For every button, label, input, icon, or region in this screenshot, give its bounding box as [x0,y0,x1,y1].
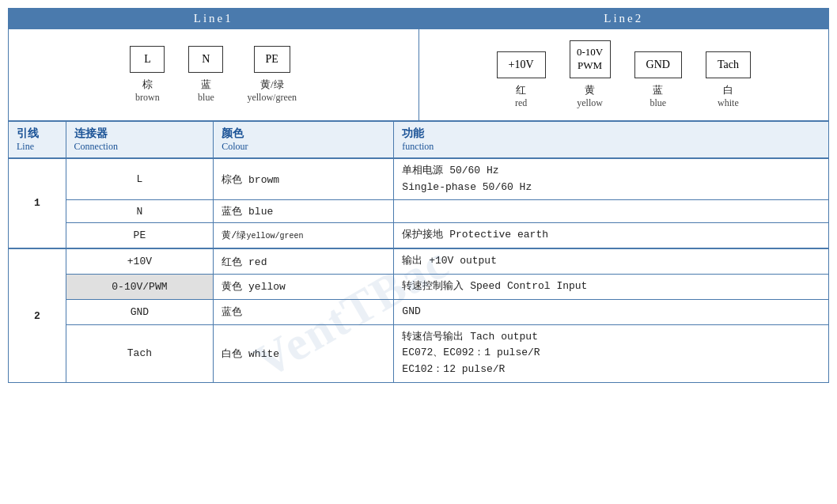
function-cell-PE: 保护接地 Protective earth [394,223,829,248]
line2-header: Line2 [418,9,829,29]
label-en-10v: red [515,97,527,109]
label-en-tach: white [718,97,739,109]
table-header: 引线 Line 连接器 Connection 颜色 Colour 功能 func… [9,121,829,158]
line1-header: Line1 [9,9,419,29]
table-row: 2 +10V 红色 red 输出 +10V output [9,248,829,274]
function-cell-10v: 输出 +10V output [394,248,829,274]
label-zh-gnd: 蓝 [653,83,663,97]
table-row: 1 L 棕色 browm 单相电源 50/60 HzSingle-phase 5… [9,158,829,200]
connector-10v: +10V 红 red [497,51,546,109]
label-en-N: blue [198,92,214,104]
function-cell-L: 单相电源 50/60 HzSingle-phase 50/60 Hz [394,158,829,200]
colour-cell-tach: 白色 white [214,324,394,382]
function-cell-gnd2: GND [394,299,829,324]
box-pwm: 0-10VPWM [570,40,611,78]
colour-cell-gnd2: 蓝色 [214,299,394,324]
label-en-L: brown [135,92,160,104]
conn-cell-L: L [66,158,214,200]
conn-cell-N: N [66,200,214,223]
connector-pwm: 0-10VPWM 黄 yellow [570,40,611,109]
label-zh-tach: 白 [723,83,733,97]
conn-cell-pwm: 0-10V/PWM [66,274,214,299]
colour-cell-N: 蓝色 blue [214,200,394,223]
header-connection: 连接器 Connection [66,121,214,158]
header-colour: 颜色 Colour [214,121,394,158]
connector-N: N 蓝 blue [188,46,223,104]
label-en-pwm: yellow [577,97,603,109]
connector-gnd: GND 蓝 blue [634,51,682,109]
line2-diagram: +10V 红 red 0-10VPWM 黄 yellow GND 蓝 blue [418,29,829,121]
function-cell-pwm: 转速控制输入 Speed Control Input [394,274,829,299]
conn-cell-PE: PE [66,223,214,248]
box-tach: Tach [706,51,751,78]
connector-tach: Tach 白 white [706,51,751,109]
colour-cell-L: 棕色 browm [214,158,394,200]
colour-cell-pwm: 黄色 yellow [214,274,394,299]
box-10v: +10V [497,51,546,78]
label-zh-PE: 黄/绿 [260,78,284,92]
conn-cell-10v: +10V [66,248,214,274]
table-row: Tach 白色 white 转速信号输出 Tach output EC072、E… [9,324,829,382]
box-L: L [130,46,165,73]
line-number-2: 2 [9,248,66,382]
box-PE: PE [254,46,290,73]
table-row: PE 黄/绿yellow/green 保护接地 Protective earth [9,223,829,248]
label-zh-L: 棕 [142,78,153,92]
header-function: 功能 function [394,121,829,158]
table-row: GND 蓝色 GND [9,299,829,324]
colour-cell-PE: 黄/绿yellow/green [214,223,394,248]
label-zh-10v: 红 [516,83,526,97]
header-line: 引线 Line [9,121,66,158]
label-en-PE: yellow/green [247,92,297,104]
label-zh-N: 蓝 [201,78,211,92]
conn-cell-gnd2: GND [66,299,214,324]
conn-cell-tach: Tach [66,324,214,382]
line-number-1: 1 [9,158,66,248]
connector-PE: PE 黄/绿 yellow/green [247,46,297,104]
box-gnd: GND [634,51,682,78]
box-N: N [188,46,223,73]
line1-diagram: L 棕 brown N 蓝 blue PE 黄/绿 yellow/green [9,29,419,121]
colour-cell-10v: 红色 red [214,248,394,274]
table-row: 0-10V/PWM 黄色 yellow 转速控制输入 Speed Control… [9,274,829,299]
function-cell-N [394,200,829,223]
label-zh-pwm: 黄 [585,83,595,97]
function-cell-tach: 转速信号输出 Tach output EC072、EC092：1 pulse/R… [394,324,829,382]
table-row: N 蓝色 blue [9,200,829,223]
label-en-gnd: blue [650,97,666,109]
connector-L: L 棕 brown [130,46,165,104]
